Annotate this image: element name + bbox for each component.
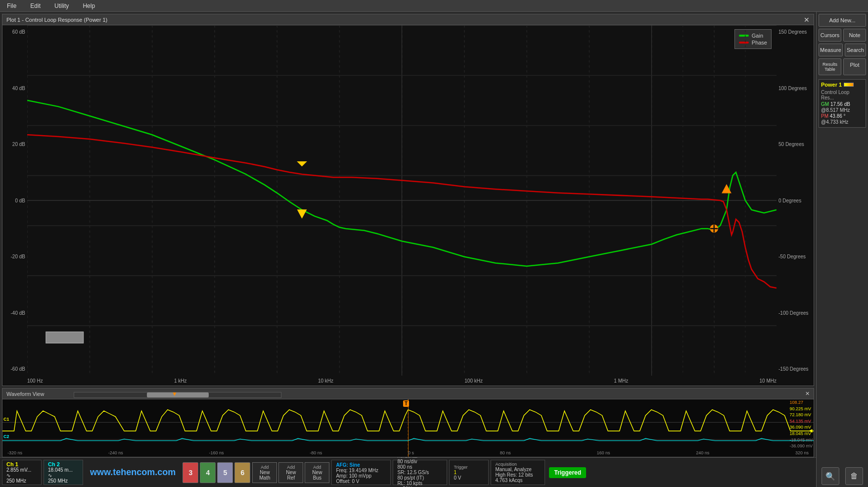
horiz-sr: SR: 12.5 GS/s	[397, 470, 443, 475]
horiz-rl: RL: 10 kpts	[397, 481, 443, 486]
gm-freq: @8.517 MHz	[821, 107, 850, 113]
plot-svg	[27, 25, 777, 376]
horizontal-section: Horizontal 80 ns/div 800 ns SR: 12.5 GS/…	[393, 460, 447, 485]
right-panel: Add New... Cursors Note Measure Search R…	[816, 12, 868, 487]
waveform-values: 108.27 90.225 mV 72.180 mV 54.135 mV 36.…	[789, 399, 813, 449]
ch2-label: Ch 2	[48, 461, 79, 467]
gm-value: 17.56 dB	[830, 101, 850, 107]
waveform-title-label: Waveform View	[6, 391, 44, 397]
cursors-btn[interactable]: Cursors	[819, 29, 841, 42]
y-axis-left: 60 dB 40 dB 20 dB 0 dB -20 dB -40 dB -60…	[2, 25, 27, 376]
trigger-line	[408, 399, 409, 457]
afg-offset: Offset: 0 V	[336, 479, 386, 484]
x-axis-bottom: 100 Hz 1 kHz 10 kHz 100 kHz 1 MHz 10 MHz	[27, 376, 777, 386]
plot-window: Plot 1 - Control Loop Response (Power 1)…	[2, 14, 814, 386]
triggered-badge: Triggered	[549, 467, 586, 478]
plot-canvas-area[interactable]: 60 dB 40 dB 20 dB 0 dB -20 dB -40 dB -60…	[2, 25, 814, 386]
pm-freq-row: @4.733 kHz	[821, 119, 864, 125]
trigger-arrow: ▼	[172, 390, 178, 397]
power-section: Power 1 Control Loop Res... GM 17.56 dB …	[819, 79, 866, 128]
acq-val2: High Res: 12 bits	[495, 472, 541, 478]
add-bus-btn[interactable]: Add New Bus	[305, 462, 329, 483]
ch1-freq: 250 MHz	[6, 478, 37, 484]
trigger-section: Trigger 1 0 V	[449, 460, 489, 485]
acq-val3: 4.763 kAcqs	[495, 478, 541, 483]
plot-title: Plot 1 - Control Loop Response (Power 1)	[6, 17, 107, 23]
afg-freq: Freq: 19.4149 MHz	[336, 468, 386, 473]
power-header: Power 1	[821, 82, 864, 88]
waveform-title-bar: Waveform View ▼ ✕	[2, 389, 814, 399]
trigger-val: 0 V	[454, 475, 484, 481]
scroll-handle[interactable]	[147, 392, 209, 397]
trigger-t-marker: T	[403, 400, 409, 407]
y-axis-right: 150 Degrees 100 Degrees 50 Degrees 0 Deg…	[777, 25, 814, 376]
time-axis-labels: -320 ns -240 ns -160 ns -80 ns 0 s 80 ns…	[2, 449, 814, 457]
ch2-symbol: ∿	[48, 473, 79, 478]
btn-3[interactable]: 3	[183, 462, 198, 483]
pm-value: 43.86 °	[830, 113, 846, 119]
waveform-content[interactable]: C1 C2 T	[2, 399, 814, 457]
gm-label: GM	[821, 101, 829, 107]
ch2-val1: 18.045 m...	[48, 467, 79, 473]
main-content: Plot 1 - Control Loop Response (Power 1)…	[0, 12, 868, 487]
close-waveform-icon[interactable]: ✕	[805, 390, 810, 397]
waveform-scrollbar[interactable]: ▼	[74, 392, 281, 398]
ch2-freq: 250 MHz	[48, 478, 79, 484]
channel-buttons: 3 4 5 6	[183, 460, 250, 485]
menu-utility[interactable]: Utility	[51, 1, 72, 10]
acquisition-section: Acquisition Manual, Analyze High Res: 12…	[491, 460, 545, 485]
btn-6[interactable]: 6	[234, 462, 250, 483]
ch1-val1: 2.855 mV...	[6, 467, 37, 473]
ch1-right-marker: ◄	[808, 427, 814, 434]
add-math-btn[interactable]: Add New Math	[252, 462, 277, 483]
pm-label: PM	[821, 113, 828, 119]
pm-freq: @4.733 kHz	[821, 119, 848, 125]
trash-icon-btn[interactable]: 🗑	[845, 467, 863, 485]
ch2-group: Ch 2 18.045 m... ∿ 250 MHz	[44, 460, 83, 485]
afg-title: AFG: Sine	[336, 462, 386, 468]
horiz-ps: 80 ps/pt (IT)	[397, 475, 443, 481]
status-bar: Ch 1 2.855 mV... ∿ 250 MHz Ch 2 18.045 m…	[0, 457, 816, 487]
icon-btn-row: 🔍 🗑	[819, 467, 866, 485]
afg-section: AFG: Sine Freq: 19.4149 MHz Amp: 100 mVp…	[331, 460, 391, 485]
svg-rect-30	[46, 332, 84, 343]
menu-help[interactable]: Help	[80, 1, 98, 10]
gm-freq-row: @8.517 MHz	[821, 107, 864, 113]
power-color-bar	[844, 83, 854, 87]
close-icon[interactable]: ✕	[804, 16, 810, 24]
power-label: Power 1	[821, 82, 842, 88]
note-btn[interactable]: Note	[843, 29, 866, 42]
control-loop-title: Control Loop Res...	[821, 90, 864, 100]
ch2-badge: C2	[3, 434, 9, 439]
acq-val1: Manual, Analyze	[495, 467, 541, 472]
afg-amp: Amp: 100 mVpp	[336, 473, 386, 479]
search-btn[interactable]: Search	[845, 44, 866, 56]
gm-row: GM 17.56 dB	[821, 101, 864, 107]
btn-5[interactable]: 5	[217, 462, 233, 483]
measure-btn[interactable]: Measure	[819, 44, 843, 56]
plot-area: Plot 1 - Control Loop Response (Power 1)…	[0, 12, 816, 487]
pm-row: PM 43.86 °	[821, 113, 864, 119]
ch1-group: Ch 1 2.855 mV... ∿ 250 MHz	[2, 460, 42, 485]
measure-search-row: Measure Search	[819, 44, 866, 56]
btn-4[interactable]: 4	[200, 462, 216, 483]
add-new-btn[interactable]: Add New...	[819, 14, 866, 27]
add-ref-btn[interactable]: Add New Ref	[278, 462, 303, 483]
results-plot-row: Results Table Plot	[819, 58, 866, 75]
horiz-val1: 80 ns/div	[397, 459, 443, 464]
right-panel-spacer	[819, 130, 866, 465]
website-label: www.tehencom.com	[85, 467, 181, 478]
add-buttons: Add New Math Add New Ref Add New Bus	[252, 460, 329, 485]
trigger-title: Trigger	[454, 465, 484, 470]
trigger-badge-label[interactable]: Triggered	[549, 467, 586, 478]
plot-btn[interactable]: Plot	[843, 58, 866, 75]
menu-file[interactable]: File	[4, 1, 19, 10]
zoom-icon-btn[interactable]: 🔍	[822, 467, 839, 485]
plot-title-bar: Plot 1 - Control Loop Response (Power 1)…	[2, 14, 814, 25]
menu-edit[interactable]: Edit	[27, 1, 44, 10]
ch1-symbol: ∿	[6, 473, 37, 478]
ch1-label: Ch 1	[6, 461, 37, 467]
cursors-note-row: Cursors Note	[819, 29, 866, 42]
results-table-btn[interactable]: Results Table	[819, 58, 841, 75]
acq-title: Acquisition	[495, 462, 541, 467]
